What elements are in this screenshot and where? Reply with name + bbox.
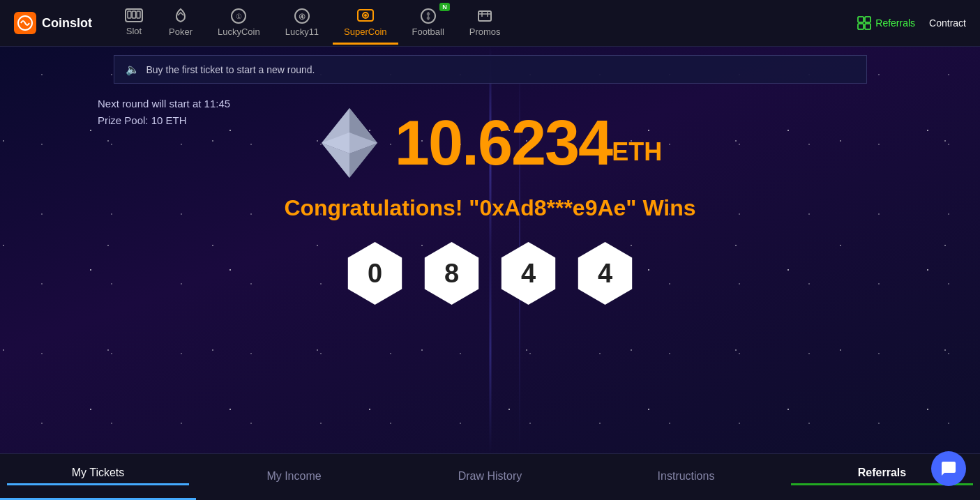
ticket-digit-2: 4 xyxy=(497,242,560,305)
tab-my-tickets-label: My Tickets xyxy=(72,467,125,479)
main-content: 🔈 Buy the first ticket to start a new ro… xyxy=(0,47,980,453)
bottom-tabs: My Tickets My Income Draw History Instru… xyxy=(0,453,980,500)
svg-point-12 xyxy=(364,14,367,17)
eth-display: 10.6234ETH xyxy=(0,105,980,181)
nav-item-football[interactable]: N Football xyxy=(401,1,455,45)
ticket-digit-0: 0 xyxy=(344,242,407,305)
nav-lucky11-label: Lucky11 xyxy=(285,26,319,37)
nav-supercoin-label: SuperCoin xyxy=(344,26,386,37)
contract-button[interactable]: Contract xyxy=(929,17,966,29)
logo[interactable]: Coinslot xyxy=(14,12,92,34)
tab-my-income-label: My Income xyxy=(266,470,321,483)
tab-instructions[interactable]: Instructions xyxy=(588,454,784,500)
svg-rect-3 xyxy=(128,11,131,18)
chat-button[interactable] xyxy=(931,451,966,486)
svg-rect-5 xyxy=(137,11,140,18)
new-badge: N xyxy=(439,3,450,11)
navbar: Coinslot Slot Poker ① xyxy=(0,0,980,47)
referrals-icon xyxy=(857,16,871,30)
nav-luckycoin-label: LuckyCoin xyxy=(218,26,260,37)
nav-football-label: Football xyxy=(412,26,444,37)
nav-promos-label: Promos xyxy=(469,26,501,37)
nav-slot-label: Slot xyxy=(126,26,142,36)
luckycoin-icon: ① xyxy=(229,7,248,25)
nav-right: Referrals Contract xyxy=(857,16,966,30)
svg-text:④: ④ xyxy=(299,13,306,21)
svg-text:①: ① xyxy=(236,13,242,20)
ticket-digit-1: 8 xyxy=(421,242,483,305)
tab-draw-history[interactable]: Draw History xyxy=(392,454,588,500)
announcement-bar: 🔈 Buy the first ticket to start a new ro… xyxy=(114,55,867,84)
ticket-numbers: 0 8 4 4 xyxy=(0,242,980,305)
promos-icon xyxy=(476,7,494,25)
slot-icon xyxy=(124,8,144,24)
congrats-text: Congratulations! "0xAd8***e9Ae" Wins xyxy=(0,195,980,221)
nav-item-slot[interactable]: Slot xyxy=(113,2,155,44)
tab-instructions-label: Instructions xyxy=(658,470,715,483)
referrals-label: Referrals xyxy=(875,17,915,29)
tab-my-income[interactable]: My Income xyxy=(196,454,392,500)
svg-rect-4 xyxy=(133,11,136,18)
speaker-icon: 🔈 xyxy=(126,63,140,76)
nav-item-supercoin[interactable]: SuperCoin xyxy=(333,1,398,45)
chat-icon xyxy=(940,460,957,477)
svg-rect-19 xyxy=(858,24,864,29)
nav-item-luckycoin[interactable]: ① LuckyCoin xyxy=(206,1,271,45)
svg-rect-20 xyxy=(865,24,870,29)
tab-referrals-label: Referrals xyxy=(858,467,906,479)
tab-underline xyxy=(7,483,189,485)
lucky11-icon: ④ xyxy=(293,7,311,25)
svg-rect-18 xyxy=(865,17,870,22)
nav-items: Slot Poker ① LuckyCoin ④ Lucky11 xyxy=(113,1,857,45)
svg-marker-15 xyxy=(427,16,430,20)
eth-value: 10.6234 xyxy=(395,108,612,178)
nav-item-promos[interactable]: Promos xyxy=(458,1,512,45)
referrals-button[interactable]: Referrals xyxy=(857,16,915,30)
poker-icon xyxy=(172,7,190,25)
eth-unit: ETH xyxy=(612,137,662,166)
tab-draw-history-label: Draw History xyxy=(458,470,522,483)
eth-amount-display: 10.6234ETH xyxy=(395,112,662,174)
nav-poker-label: Poker xyxy=(169,26,193,37)
supercoin-icon xyxy=(356,7,375,25)
ticket-digit-3: 4 xyxy=(574,242,637,305)
logo-text: Coinslot xyxy=(42,16,92,31)
logo-icon xyxy=(14,12,36,34)
svg-rect-16 xyxy=(478,11,491,21)
tab-my-tickets[interactable]: My Tickets xyxy=(0,454,196,500)
announcement-text: Buy the first ticket to start a new roun… xyxy=(146,64,315,75)
football-icon xyxy=(419,7,437,25)
svg-rect-17 xyxy=(858,17,864,22)
nav-item-poker[interactable]: Poker xyxy=(158,1,204,45)
eth-logo-icon xyxy=(318,105,381,181)
nav-item-lucky11[interactable]: ④ Lucky11 xyxy=(274,1,330,45)
